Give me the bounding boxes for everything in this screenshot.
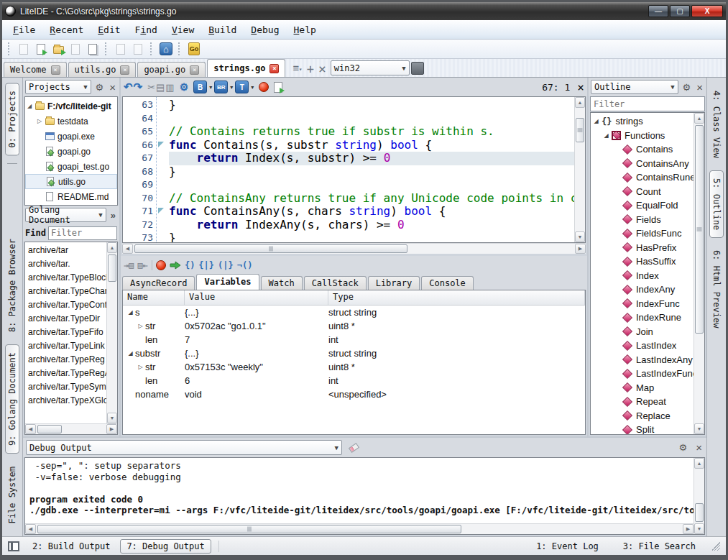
outline-close-icon[interactable]: × bbox=[695, 83, 704, 92]
fold-marker-icon[interactable] bbox=[158, 208, 164, 214]
build-button[interactable]: B bbox=[193, 81, 207, 93]
doc-list-item[interactable]: archive/tar.TypeFifo bbox=[28, 326, 106, 339]
save-file-button[interactable] bbox=[68, 41, 83, 57]
open-file-button[interactable] bbox=[33, 41, 49, 57]
outline-function-replace[interactable]: Replace bbox=[592, 409, 694, 423]
status-button-2-build-output[interactable]: 2: Build Output bbox=[27, 540, 116, 553]
outline-function-hassuffix[interactable]: HasSuffix bbox=[592, 254, 694, 269]
code-line-66[interactable]: func Contains(s, substr string) bool { bbox=[169, 139, 574, 152]
home-button[interactable]: ⌂ bbox=[158, 41, 174, 57]
scroll-up-icon[interactable]: ▲ bbox=[694, 113, 704, 124]
scroll-left-icon[interactable]: ◀ bbox=[25, 524, 36, 534]
scroll-down-icon[interactable]: ▼ bbox=[107, 413, 117, 423]
debug-tab-variables[interactable]: Variables bbox=[196, 274, 259, 290]
fold-marker-icon[interactable] bbox=[158, 142, 164, 147]
projects-combo[interactable]: Projects ▼ bbox=[25, 80, 91, 94]
outline-function-indexrune[interactable]: IndexRune bbox=[592, 311, 694, 325]
step-over-icon[interactable]: {) bbox=[185, 260, 195, 270]
scroll-down-icon[interactable]: ▼ bbox=[575, 231, 585, 242]
scroll-up-icon[interactable]: ▲ bbox=[694, 458, 704, 469]
outline-expander-icon[interactable]: ◢ bbox=[602, 132, 610, 139]
outline-function-count[interactable]: Count bbox=[592, 185, 694, 199]
doc-list-item[interactable]: archive/tar.TypeRegA bbox=[28, 367, 106, 380]
code-line-69[interactable] bbox=[169, 178, 574, 192]
scroll-left-icon[interactable]: ◀ bbox=[122, 244, 133, 254]
code-line-65[interactable]: // Contains returns true if substr is wi… bbox=[169, 125, 574, 139]
side-tab-4-class-view[interactable]: 4: Class View bbox=[709, 83, 724, 166]
tree-expander-icon[interactable]: ◢ bbox=[25, 103, 34, 109]
doc-list-item[interactable]: archive/tar.TypeLink bbox=[28, 339, 106, 353]
outline-function-containsrune[interactable]: ContainsRune bbox=[592, 170, 694, 185]
side-tab-5-outline[interactable]: 5: Outline bbox=[709, 170, 724, 238]
doc-list-item[interactable]: archive/tar bbox=[28, 244, 106, 257]
projects-gear-icon[interactable]: ⚙ bbox=[94, 83, 106, 92]
outline-function-repeat[interactable]: Repeat bbox=[592, 395, 694, 409]
code-line-72[interactable]: return IndexAny(s, chars) >= 0 bbox=[169, 219, 574, 232]
scroll-right-icon[interactable]: ▶ bbox=[575, 244, 586, 254]
outline-expander-icon[interactable]: ◢ bbox=[592, 118, 600, 124]
status-button-7-debug-output[interactable]: 7: Debug Output bbox=[120, 539, 211, 554]
tab-close-icon[interactable]: × bbox=[190, 65, 199, 75]
outline-function-fields[interactable]: Fields bbox=[592, 213, 694, 227]
outline-function-lastindexany[interactable]: LastIndexAny bbox=[592, 353, 694, 367]
doc-list-vscrollbar[interactable]: ▲ ▼ bbox=[106, 242, 117, 423]
new-tab-button[interactable]: + bbox=[307, 64, 314, 74]
editor-hscrollbar[interactable]: ◀ ▶ bbox=[122, 243, 586, 254]
resize-grip[interactable] bbox=[711, 542, 720, 551]
side-tab-8-package-browser[interactable]: 8: Package Browser bbox=[5, 231, 19, 340]
doc-list-hscrollbar[interactable]: ◀ ▶ bbox=[25, 423, 117, 434]
outline-function-lastindexfunc[interactable]: LastIndexFunc bbox=[592, 367, 694, 381]
debug-start-icon[interactable] bbox=[259, 82, 269, 92]
tab-close-icon[interactable]: × bbox=[51, 65, 60, 75]
doc-list-item[interactable]: archive/tar.TypeBlock bbox=[28, 271, 106, 285]
column-header-value[interactable]: Value bbox=[185, 290, 328, 305]
env-config-button[interactable] bbox=[411, 62, 424, 75]
code-line-70[interactable]: // ContainsAny returns true if any Unico… bbox=[169, 192, 574, 206]
side-tab-6-html-preview[interactable]: 6: Html Preview bbox=[709, 242, 724, 336]
status-button-3-file-search[interactable]: 3: File Search bbox=[617, 540, 701, 553]
debug-tab-callstack[interactable]: CallStack bbox=[304, 276, 367, 290]
outline-filter-input[interactable] bbox=[590, 96, 705, 111]
outline-function-contains[interactable]: Contains bbox=[592, 142, 694, 157]
debug-output-text[interactable]: -sep=", ": setup separators -v=false: ve… bbox=[25, 458, 694, 523]
code-line-64[interactable] bbox=[169, 112, 574, 126]
code-line-73[interactable]: } bbox=[169, 231, 574, 242]
variable-row-len[interactable]: len7int bbox=[123, 333, 585, 346]
menu-item-file[interactable]: File bbox=[6, 22, 42, 37]
projects-close-icon[interactable]: × bbox=[108, 83, 117, 92]
redo-icon[interactable]: ↷ bbox=[134, 81, 143, 93]
continue-icon[interactable] bbox=[170, 261, 181, 270]
side-tab-file-system[interactable]: File System bbox=[5, 459, 19, 531]
outline-function-containsany[interactable]: ContainsAny bbox=[592, 157, 694, 171]
menu-item-view[interactable]: View bbox=[165, 22, 201, 37]
close-button[interactable]: X bbox=[691, 5, 723, 17]
code-line-63[interactable]: } bbox=[169, 98, 574, 112]
tree-expander-icon[interactable]: ▷ bbox=[35, 118, 44, 124]
cut-icon[interactable]: ✂ bbox=[147, 82, 155, 93]
import-button[interactable] bbox=[113, 41, 129, 57]
editor-vscrollbar[interactable]: ▲ ▼ bbox=[574, 97, 585, 242]
var-expander-icon[interactable]: ◢ bbox=[126, 346, 135, 360]
variable-row-s[interactable]: ◢s{...}struct string bbox=[123, 306, 585, 319]
close-editor-button[interactable]: × bbox=[318, 64, 326, 74]
variable-row-noname[interactable]: nonamevoid<unspecified> bbox=[123, 387, 585, 401]
outline-function-indexfunc[interactable]: IndexFunc bbox=[592, 297, 694, 311]
scroll-right-icon[interactable]: ▶ bbox=[683, 524, 694, 534]
outline-function-hasprefix[interactable]: HasPrefix bbox=[592, 241, 694, 255]
editor-tab-strings-go[interactable]: strings.go× bbox=[207, 59, 285, 77]
variable-row-len[interactable]: len6int bbox=[123, 374, 585, 387]
paste-icon[interactable]: ▥ bbox=[165, 82, 174, 93]
code-line-68[interactable]: } bbox=[169, 165, 574, 179]
code-line-67[interactable]: return Index(s, substr) >= 0 bbox=[169, 152, 574, 165]
var-expander-icon[interactable]: ▷ bbox=[136, 319, 145, 333]
open-folder-button[interactable] bbox=[50, 41, 66, 57]
step-out-icon[interactable]: (|} bbox=[218, 260, 234, 270]
menu-item-help[interactable]: Help bbox=[287, 22, 323, 37]
test-button[interactable]: T bbox=[235, 81, 249, 93]
load-session-icon[interactable]: ⇥▤ bbox=[124, 260, 134, 270]
variable-row-str[interactable]: ▷str0x5702ac "go1.0.1"uint8 * bbox=[123, 319, 585, 333]
editor-tab-utils-go[interactable]: utils.go× bbox=[68, 62, 137, 77]
outline-combo[interactable]: Outline ▼ bbox=[591, 80, 678, 94]
outline-function-map[interactable]: Map bbox=[592, 381, 694, 395]
go-env-button[interactable]: Go bbox=[186, 41, 202, 57]
